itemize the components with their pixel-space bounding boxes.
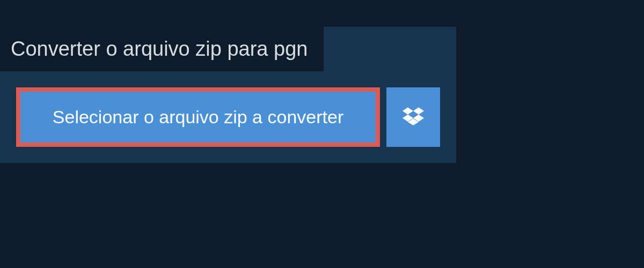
- page-title: Converter o arquivo zip para pgn: [0, 27, 324, 71]
- action-row: Selecionar o arquivo zip a converter: [0, 71, 456, 147]
- select-file-label: Selecionar o arquivo zip a converter: [53, 107, 343, 128]
- select-file-button[interactable]: Selecionar o arquivo zip a converter: [16, 87, 380, 147]
- dropbox-button[interactable]: [386, 87, 440, 147]
- converter-panel: Converter o arquivo zip para pgn Selecio…: [0, 27, 456, 163]
- dropbox-icon: [402, 106, 424, 129]
